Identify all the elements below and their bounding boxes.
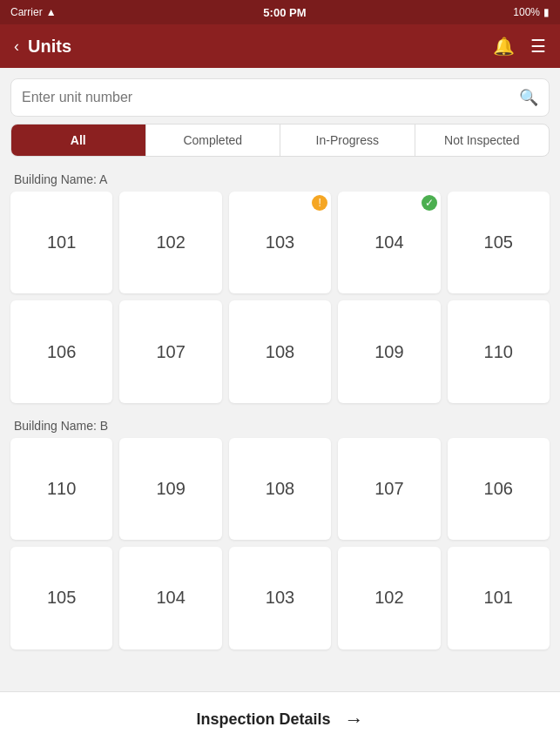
tab-in-progress[interactable]: In-Progress <box>280 124 415 156</box>
building-a-label: Building Name: A <box>10 165 550 192</box>
unit-103-a[interactable]: ! 103 <box>229 192 331 293</box>
building-section-a: Building Name: A 101 102 ! 103 ✓ 104 105 <box>10 165 550 403</box>
success-badge-104: ✓ <box>422 195 437 211</box>
search-input[interactable] <box>22 90 519 105</box>
unit-103-b[interactable]: 103 <box>229 547 331 649</box>
unit-102-a[interactable]: 102 <box>119 192 221 293</box>
page-title: Units <box>28 37 493 57</box>
filter-tabs: All Completed In-Progress Not Inspected <box>10 124 550 157</box>
unit-108-b[interactable]: 108 <box>229 438 331 540</box>
time-display: 5:00 PM <box>263 6 306 19</box>
unit-109-a[interactable]: 109 <box>338 300 440 402</box>
search-bar: 🔍 <box>10 78 550 117</box>
unit-110-b[interactable]: 110 <box>10 438 112 540</box>
notification-icon[interactable]: 🔔 <box>493 36 515 57</box>
tab-completed[interactable]: Completed <box>146 124 281 156</box>
menu-icon[interactable]: ☰ <box>530 36 546 57</box>
unit-106-a[interactable]: 106 <box>10 300 112 402</box>
battery-label: 100% <box>513 6 540 18</box>
carrier-label: Carrier <box>10 6 43 18</box>
back-icon: ‹ <box>14 37 19 56</box>
unit-104-a[interactable]: ✓ 104 <box>338 192 440 293</box>
building-section-b: Building Name: B 110 109 108 107 106 <box>10 412 550 649</box>
back-button[interactable]: ‹ <box>14 37 19 56</box>
unit-109-b[interactable]: 109 <box>119 438 221 540</box>
app-header: ‹ Units 🔔 ☰ <box>0 24 560 68</box>
units-scroll[interactable]: Building Name: A 101 102 ! 103 ✓ 104 105 <box>0 165 560 691</box>
unit-101-b[interactable]: 101 <box>448 547 550 649</box>
unit-107-a[interactable]: 107 <box>119 300 221 402</box>
unit-108-a[interactable]: 108 <box>229 300 331 402</box>
unit-105-a[interactable]: 105 <box>448 192 550 293</box>
tab-not-inspected[interactable]: Not Inspected <box>415 124 550 156</box>
bottom-bar[interactable]: Inspection Details → <box>0 691 560 747</box>
tab-all[interactable]: All <box>11 124 146 156</box>
unit-104-b[interactable]: 104 <box>119 547 221 649</box>
inspection-details-label: Inspection Details <box>196 710 330 729</box>
status-bar: Carrier ▲ 5:00 PM 100% ▮ <box>0 0 560 24</box>
arrow-icon: → <box>345 709 364 731</box>
header-icons: 🔔 ☰ <box>493 36 546 57</box>
search-icon[interactable]: 🔍 <box>519 88 538 107</box>
unit-107-b[interactable]: 107 <box>338 438 440 540</box>
unit-106-b[interactable]: 106 <box>448 438 550 540</box>
unit-110-a[interactable]: 110 <box>448 300 550 402</box>
unit-101-a[interactable]: 101 <box>10 192 112 293</box>
battery-icon: ▮ <box>543 6 550 18</box>
status-right: 100% ▮ <box>513 6 550 18</box>
building-b-grid: 110 109 108 107 106 105 104 <box>10 438 550 649</box>
warning-badge-103: ! <box>312 195 327 211</box>
wifi-icon: ▲ <box>46 6 57 18</box>
building-b-label: Building Name: B <box>10 412 550 438</box>
unit-102-b[interactable]: 102 <box>338 547 440 649</box>
unit-105-b[interactable]: 105 <box>10 547 112 649</box>
building-a-grid: 101 102 ! 103 ✓ 104 105 106 <box>10 192 550 403</box>
content-card: 🔍 All Completed In-Progress Not Inspecte… <box>0 68 560 747</box>
status-left: Carrier ▲ <box>10 6 57 18</box>
